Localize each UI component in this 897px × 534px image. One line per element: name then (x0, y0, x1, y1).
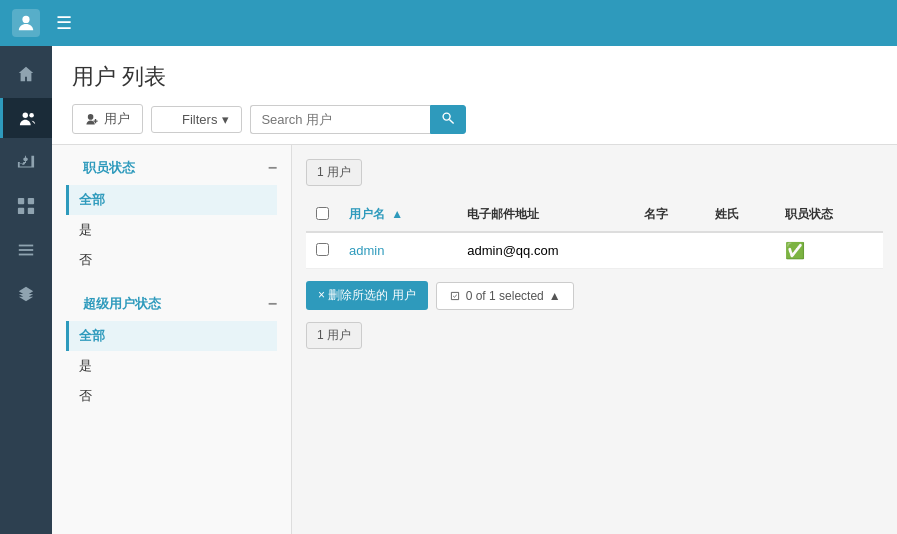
actions-bar: × 删除所选的 用户 0 of 1 selected ▲ (306, 281, 883, 310)
staff-check-icon: ✅ (785, 242, 805, 259)
row-firstname-cell (634, 232, 704, 269)
staff-no[interactable]: 否 (66, 245, 277, 275)
row-checkbox[interactable] (316, 243, 329, 256)
select-all-checkbox[interactable] (316, 207, 329, 220)
staff-status-filter-group: 职员状态 − 全部 是 否 (66, 159, 277, 275)
data-table: 用户名 ▲ 电子邮件地址 名字 姓氏 职员状态 (306, 198, 883, 269)
delete-selected-button[interactable]: × 删除所选的 用户 (306, 281, 428, 310)
row-username-cell: admin (339, 232, 457, 269)
svg-rect-6 (28, 208, 34, 214)
svg-rect-3 (18, 198, 24, 204)
data-panel: 1 用户 用户名 ▲ 电子邮件地址 名字 (292, 145, 897, 534)
col-email[interactable]: 电子邮件地址 (457, 198, 634, 232)
svg-point-1 (22, 113, 27, 118)
staff-status-collapse[interactable]: − (268, 159, 277, 177)
search-wrapper (250, 105, 466, 134)
toolbar: 用户 Filters ▾ (72, 104, 877, 134)
selected-count-button[interactable]: 0 of 1 selected ▲ (436, 282, 574, 310)
sidebar-item-home[interactable] (0, 54, 52, 94)
add-user-button[interactable]: 用户 (72, 104, 143, 134)
filter-panel: 职员状态 − 全部 是 否 超级用户状态 − (52, 145, 292, 534)
staff-status-label: 职员状态 (83, 159, 135, 177)
page-title: 用户 列表 (72, 62, 877, 92)
staff-status-title: 职员状态 − (66, 159, 277, 177)
svg-point-0 (22, 16, 29, 23)
filters-button[interactable]: Filters ▾ (151, 106, 242, 133)
superuser-no[interactable]: 否 (66, 381, 277, 411)
sidebar-item-puzzle[interactable] (0, 142, 52, 182)
row-staff-cell: ✅ (775, 232, 883, 269)
superuser-status-filter-group: 超级用户状态 − 全部 是 否 (66, 295, 277, 411)
row-lastname-cell (705, 232, 775, 269)
svg-rect-4 (28, 198, 34, 204)
superuser-status-collapse[interactable]: − (268, 295, 277, 313)
body-section: 职员状态 − 全部 是 否 超级用户状态 − (52, 145, 897, 534)
col-staff-status[interactable]: 职员状态 (775, 198, 883, 232)
svg-rect-9 (19, 254, 33, 256)
username-link[interactable]: admin (349, 243, 384, 258)
sidebar-item-menu[interactable] (0, 230, 52, 270)
filters-arrow: ▾ (222, 112, 229, 127)
selected-count-label: 0 of 1 selected (466, 289, 544, 303)
filters-label: Filters (182, 112, 217, 127)
svg-point-10 (88, 114, 94, 120)
superuser-all[interactable]: 全部 (66, 321, 277, 351)
col-checkbox (306, 198, 339, 232)
col-username[interactable]: 用户名 ▲ (339, 198, 457, 232)
superuser-status-label: 超级用户状态 (83, 295, 161, 313)
search-input[interactable] (250, 105, 430, 134)
page-header: 用户 列表 用户 Filters ▾ (52, 46, 897, 145)
superuser-status-title: 超级用户状态 − (66, 295, 277, 313)
col-firstname[interactable]: 名字 (634, 198, 704, 232)
svg-rect-5 (18, 208, 24, 214)
svg-point-11 (443, 113, 450, 120)
staff-all[interactable]: 全部 (66, 185, 277, 215)
row-email-cell: admin@qq.com (457, 232, 634, 269)
svg-rect-8 (19, 249, 33, 251)
top-navbar: ☰ (0, 0, 897, 46)
svg-rect-7 (19, 245, 33, 247)
result-count-top: 1 用户 (306, 159, 362, 186)
table-row: admin admin@qq.com ✅ (306, 232, 883, 269)
main-layout: 用户 列表 用户 Filters ▾ (0, 46, 897, 534)
col-username-label: 用户名 (349, 207, 385, 221)
staff-yes[interactable]: 是 (66, 215, 277, 245)
table-header-row: 用户名 ▲ 电子邮件地址 名字 姓氏 职员状态 (306, 198, 883, 232)
user-button-label: 用户 (104, 110, 130, 128)
svg-point-2 (29, 113, 33, 118)
hamburger-icon[interactable]: ☰ (56, 12, 72, 34)
search-button[interactable] (430, 105, 466, 134)
result-count-bottom: 1 用户 (306, 322, 362, 349)
svg-line-12 (450, 119, 454, 123)
col-lastname[interactable]: 姓氏 (705, 198, 775, 232)
content-area: 用户 列表 用户 Filters ▾ (52, 46, 897, 534)
sort-arrow-icon: ▲ (391, 207, 403, 221)
row-checkbox-cell (306, 232, 339, 269)
left-sidebar (0, 46, 52, 534)
sidebar-item-grid[interactable] (0, 186, 52, 226)
sidebar-item-users[interactable] (0, 98, 52, 138)
logo (12, 9, 40, 37)
selected-dropdown-arrow: ▲ (549, 289, 561, 303)
sidebar-item-layers[interactable] (0, 274, 52, 314)
superuser-yes[interactable]: 是 (66, 351, 277, 381)
